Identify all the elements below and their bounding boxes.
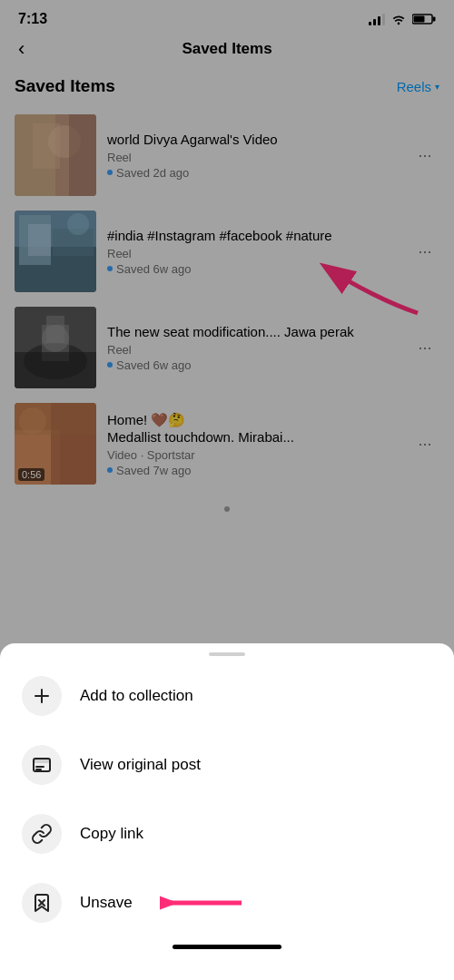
view-post-icon (31, 754, 53, 776)
sheet-handle (0, 643, 454, 662)
copy-link-label: Copy link (80, 825, 143, 843)
add-icon (31, 685, 53, 707)
drag-handle (209, 652, 245, 656)
view-original-post-label: View original post (80, 756, 201, 774)
copy-link-icon-wrap (22, 814, 62, 854)
home-indicator (0, 937, 454, 953)
home-bar (173, 945, 281, 949)
view-icon-wrap (22, 745, 62, 785)
unsave-icon-wrap (22, 883, 62, 923)
unsave-item[interactable]: Unsave (0, 868, 454, 937)
unsave-icon (31, 892, 53, 914)
copy-link-item[interactable]: Copy link (0, 799, 454, 868)
bottom-sheet: Add to collection View original post Cop… (0, 643, 454, 980)
view-original-post-item[interactable]: View original post (0, 730, 454, 799)
add-to-collection-label: Add to collection (80, 687, 193, 705)
unsave-label: Unsave (80, 894, 133, 912)
add-to-collection-item[interactable]: Add to collection (0, 662, 454, 730)
svg-rect-28 (34, 759, 50, 763)
link-icon (31, 823, 53, 845)
add-icon-wrap (22, 676, 62, 716)
unsave-arrow-icon (160, 887, 251, 919)
